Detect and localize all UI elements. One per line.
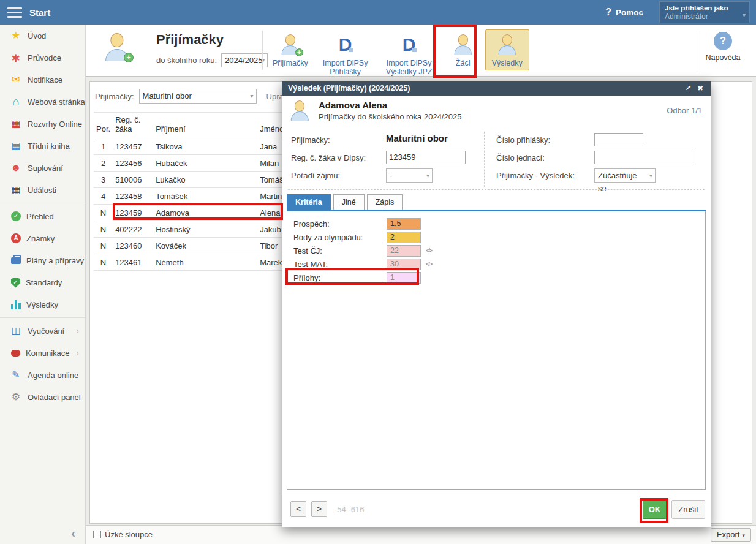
- gear-icon: ⚙: [10, 391, 22, 402]
- prospech-input[interactable]: 1.5: [387, 218, 421, 230]
- star-icon: ★: [10, 30, 22, 41]
- top-bar: Start ? Pomoc Jste přihlášen jako Admini…: [0, 0, 756, 25]
- sidebar-item-vysledky[interactable]: Výsledky: [0, 293, 85, 315]
- start-label[interactable]: Start: [29, 7, 50, 18]
- column-header-prijmeni[interactable]: Příjmení: [153, 113, 257, 138]
- sidebar-item-standardy[interactable]: ✓ Standardy: [0, 271, 85, 293]
- criterion-row-prospech: Prospěch: 1.5: [293, 217, 705, 230]
- cislo-prihlasky-input[interactable]: [594, 133, 643, 146]
- sidebar-item-prehled[interactable]: ✓ Přehled: [0, 205, 85, 227]
- criterion-row-olympiada: Body za olympiádu: 2: [293, 230, 705, 244]
- cancel-button[interactable]: Zrušit: [671, 500, 705, 519]
- prilohy-input[interactable]: 1: [387, 272, 421, 284]
- sidebar-item-tridni-kniha[interactable]: ▤ Třídní kniha: [0, 135, 85, 157]
- field-label-cislo-jednaci: Číslo jednací:: [496, 153, 545, 162]
- school-year-label: do školního roku:: [156, 56, 217, 65]
- odbor-counter: Odbor 1/1: [667, 106, 702, 115]
- olympiada-input[interactable]: 2: [387, 232, 421, 243]
- logged-in-user: Administrátor: [665, 12, 737, 21]
- tab-zapis[interactable]: Zápis: [367, 194, 403, 210]
- menu-icon[interactable]: [7, 7, 22, 18]
- divider: [262, 31, 263, 70]
- divider: [697, 31, 697, 70]
- sidebar-item-suplovani[interactable]: ☻ Suplování: [0, 157, 85, 179]
- expand-icon[interactable]: ↗: [685, 81, 691, 96]
- napoveda-button[interactable]: ? Nápověda: [698, 32, 747, 62]
- open-book-icon: ◫: [10, 325, 22, 336]
- record-range-label: -54:-616: [335, 505, 364, 514]
- previous-record-button[interactable]: <: [290, 501, 306, 517]
- sidebar-item-uvod[interactable]: ★ Úvod: [0, 25, 85, 47]
- dialog-title: Výsledek (Přijímačky) (2024/2025): [288, 84, 410, 93]
- chevron-right-icon: ›: [76, 348, 79, 358]
- kriteria-panel: Prospěch: 1.5 Body za olympiádu: 2 Test …: [287, 211, 706, 490]
- toolbar-button-import-dipsy-vysledky[interactable]: D Import DiPSy Výsledky JPZ: [377, 29, 441, 80]
- dipsy-logo-icon: D: [403, 34, 416, 55]
- sidebar-item-udalosti[interactable]: ▦ Události: [0, 179, 85, 201]
- sidebar-item-rozvrhy-online[interactable]: ▦ Rozvrhy Online: [0, 113, 85, 135]
- toolbar-button-prijimacky[interactable]: + Přijímačky: [267, 29, 314, 70]
- divider: [484, 132, 485, 187]
- vysledek-select[interactable]: Zúčastňuje se▾: [594, 168, 656, 183]
- sidebar-item-vyucovani[interactable]: ◫ Vyučování ›: [0, 320, 85, 342]
- code-icon: </>: [426, 247, 432, 254]
- school-year-select[interactable]: 2024/2025 ▾: [221, 53, 268, 67]
- poradi-zajmu-select[interactable]: -▾: [386, 168, 433, 183]
- student-name: Adamova Alena: [319, 100, 387, 110]
- next-record-button[interactable]: >: [311, 501, 327, 517]
- code-icon: </>: [426, 261, 432, 267]
- criterion-row-test-mat: Test MAT: 30 </>: [293, 257, 705, 271]
- field-label-vysledek: Přijímačky - Výsledek:: [496, 171, 575, 180]
- sidebar-item-plany-a-pripravy[interactable]: Plány a přípravy: [0, 249, 85, 271]
- filter-label: Přijímačky:: [95, 92, 134, 101]
- checkbox-icon[interactable]: [93, 531, 101, 538]
- toolbar-button-import-dipsy-prihlasky[interactable]: D Import DiPSy Přihlášky: [314, 29, 377, 80]
- chevron-down-icon: ▾: [426, 169, 429, 182]
- field-value-prijimacky: Maturitní obor: [386, 133, 448, 143]
- toolbar-button-vysledky[interactable]: Výsledky: [485, 29, 529, 70]
- close-icon[interactable]: ✖: [697, 81, 703, 96]
- grade-circle-icon: A: [11, 233, 21, 243]
- chevron-right-icon: ›: [76, 326, 79, 336]
- page-title: Přijímačky: [156, 32, 224, 48]
- ok-button[interactable]: OK: [643, 500, 667, 519]
- person-icon: [453, 34, 474, 55]
- logged-in-user-dropdown[interactable]: Jste přihlášen jako Administrátor ▾: [659, 1, 750, 23]
- sidebar-item-ovladaci-panel[interactable]: ⚙ Ovládací panel: [0, 386, 85, 408]
- field-label-cislo-prihlasky: Číslo přihlášky:: [496, 135, 550, 145]
- bottom-bar: Úzké sloupce Export▾: [86, 525, 756, 544]
- toolbar-button-zaci[interactable]: Žáci: [441, 29, 485, 70]
- narrow-columns-checkbox[interactable]: Úzké sloupce: [93, 530, 153, 539]
- tab-jine[interactable]: Jiné: [333, 194, 365, 210]
- sidebar-item-znamky[interactable]: A Známky: [0, 227, 85, 249]
- field-label-poradi-zajmu: Pořadí zájmu:: [291, 171, 340, 180]
- help-label: Pomoc: [616, 8, 643, 17]
- sidebar-item-agenda-online[interactable]: ✎ Agenda online: [0, 364, 85, 386]
- admissions-filter-select[interactable]: Maturitní obor ▾: [139, 89, 257, 104]
- test-cj-input[interactable]: 22: [387, 245, 421, 257]
- sidebar-separator: [0, 203, 85, 203]
- sidebar-item-notifikace[interactable]: ✉ Notifikace: [0, 69, 85, 91]
- sidebar-item-webova-stranka[interactable]: ⌂ Webová stránka: [0, 91, 85, 113]
- reg-cislo-input[interactable]: 123459: [386, 151, 466, 164]
- sidebar-item-komunikace[interactable]: Komunikace ›: [0, 342, 85, 364]
- column-header-reg[interactable]: Reg. č. žáka: [113, 113, 153, 138]
- grid-calendar-icon: ▦: [10, 118, 22, 129]
- sidebar-collapse-button[interactable]: ‹: [71, 526, 75, 540]
- export-button[interactable]: Export▾: [711, 528, 751, 542]
- criterion-row-test-cj: Test ČJ: 22 </>: [293, 244, 705, 257]
- cislo-jednaci-input[interactable]: [594, 151, 692, 164]
- tab-kriteria[interactable]: Kritéria: [287, 194, 331, 210]
- chat-bubble-icon: [11, 350, 20, 357]
- dialog-title-bar[interactable]: Výsledek (Přijímačky) (2024/2025) ↗ ✖: [282, 81, 711, 96]
- test-mat-input[interactable]: 30: [387, 259, 421, 270]
- help-button[interactable]: ? Pomoc: [605, 7, 643, 18]
- dialog-tabs: Kritéria Jiné Zápis: [287, 194, 403, 210]
- chevron-down-icon: ▾: [743, 12, 746, 18]
- sidebar-item-pruvodce[interactable]: ∗ Průvodce: [0, 47, 85, 69]
- house-icon: ⌂: [10, 96, 22, 107]
- field-label-reg-cislo: Reg. č. žáka v Dipsy:: [291, 153, 366, 162]
- shield-check-icon: ✓: [11, 278, 20, 288]
- page-header: + Přijímačky do školního roku: 2024/2025…: [86, 25, 756, 77]
- column-header-por[interactable]: Por.: [94, 113, 113, 138]
